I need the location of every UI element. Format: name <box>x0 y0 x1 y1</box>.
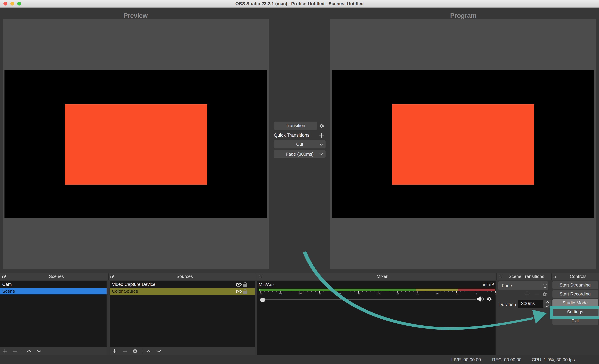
svg-text:-25: -25 <box>396 292 399 295</box>
svg-text:-55: -55 <box>278 292 282 295</box>
svg-text:-45: -45 <box>317 292 321 295</box>
svg-text:-60: -60 <box>259 292 263 295</box>
svg-text:-40: -40 <box>337 292 341 295</box>
svg-text:-5: -5 <box>475 292 477 295</box>
svg-text:-15: -15 <box>435 292 439 295</box>
svg-text:-30: -30 <box>376 292 380 295</box>
svg-text:-20: -20 <box>415 292 419 295</box>
svg-text:-35: -35 <box>357 292 360 295</box>
svg-text:-50: -50 <box>298 292 302 295</box>
svg-text:-10: -10 <box>455 292 458 295</box>
svg-text:0: 0 <box>495 292 495 295</box>
